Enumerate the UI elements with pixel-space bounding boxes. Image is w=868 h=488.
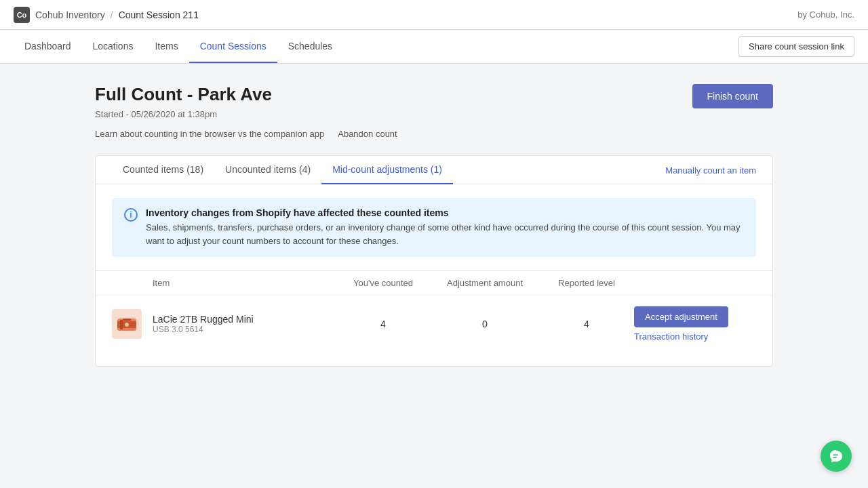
nav-items[interactable]: Items bbox=[144, 30, 189, 63]
col-reported: Reported level bbox=[539, 278, 634, 288]
nav-locations[interactable]: Locations bbox=[82, 30, 144, 63]
topbar: Co Cohub Inventory / Count Session 211 b… bbox=[0, 0, 868, 30]
counted-value: 4 bbox=[336, 319, 431, 329]
page-title: Full Count - Park Ave bbox=[95, 84, 692, 105]
page-started: Started - 05/26/2020 at 1:38pm bbox=[95, 109, 692, 119]
info-box: i Inventory changes from Shopify have af… bbox=[112, 198, 756, 257]
table-header: Item You've counted Adjustment amount Re… bbox=[96, 270, 772, 295]
adjustment-value: 0 bbox=[431, 319, 539, 329]
nav-dashboard[interactable]: Dashboard bbox=[14, 30, 82, 63]
col-adjustment: Adjustment amount bbox=[431, 278, 539, 288]
table-row: LaCie 2TB Rugged Mini USB 3.0 5614 4 0 4… bbox=[96, 295, 772, 352]
svg-point-3 bbox=[125, 323, 129, 327]
col-actions bbox=[634, 278, 756, 288]
learn-browser-link[interactable]: Learn about counting in the browser vs t… bbox=[95, 129, 324, 139]
col-img bbox=[112, 278, 153, 288]
product-sku: USB 3.0 5614 bbox=[153, 325, 336, 334]
title-row: Full Count - Park Ave Started - 05/26/20… bbox=[95, 84, 773, 129]
abandon-count-link[interactable]: Abandon count bbox=[338, 129, 397, 139]
svg-rect-4 bbox=[123, 319, 131, 321]
page-name: Count Session 211 bbox=[119, 9, 199, 20]
svg-rect-2 bbox=[120, 320, 123, 329]
page-actions: Learn about counting in the browser vs t… bbox=[95, 129, 773, 139]
share-count-session-button[interactable]: Share count session link bbox=[738, 36, 854, 57]
tab-counted[interactable]: Counted items (18) bbox=[112, 156, 214, 184]
manually-count-area: Manually count an item bbox=[665, 165, 756, 176]
main-content: Full Count - Park Ave Started - 05/26/20… bbox=[0, 64, 868, 387]
transaction-history-link[interactable]: Transaction history bbox=[634, 331, 708, 342]
col-item: Item bbox=[153, 278, 336, 288]
breadcrumb-sep: / bbox=[111, 9, 113, 20]
product-thumbnail bbox=[112, 309, 142, 339]
chat-button[interactable] bbox=[821, 441, 852, 472]
tab-uncounted[interactable]: Uncounted items (4) bbox=[214, 156, 321, 184]
accept-adjustment-button[interactable]: Accept adjustment bbox=[634, 306, 728, 327]
finish-count-button[interactable]: Finish count bbox=[692, 84, 773, 108]
nav-links: Dashboard Locations Items Count Sessions… bbox=[14, 30, 343, 63]
product-info: LaCie 2TB Rugged Mini USB 3.0 5614 bbox=[153, 314, 336, 334]
info-icon: i bbox=[124, 208, 138, 222]
count-card: Counted items (18) Uncounted items (4) M… bbox=[95, 155, 773, 367]
nav-schedules[interactable]: Schedules bbox=[277, 30, 343, 63]
card-bottom-spacer bbox=[96, 352, 772, 366]
manually-count-link[interactable]: Manually count an item bbox=[665, 165, 756, 176]
chat-icon bbox=[829, 449, 844, 464]
product-svg-icon bbox=[115, 312, 139, 336]
nav-count-sessions[interactable]: Count Sessions bbox=[189, 30, 277, 63]
col-counted: You've counted bbox=[336, 278, 431, 288]
info-desc: Sales, shipments, transfers, purchase or… bbox=[146, 221, 744, 247]
card-tabs-row: Counted items (18) Uncounted items (4) M… bbox=[96, 156, 772, 184]
info-title: Inventory changes from Shopify have affe… bbox=[146, 207, 744, 218]
card-tabs: Counted items (18) Uncounted items (4) M… bbox=[112, 156, 453, 184]
reported-value: 4 bbox=[539, 319, 634, 329]
topbar-by: by Cohub, Inc. bbox=[797, 9, 854, 20]
app-logo: Co bbox=[14, 7, 30, 23]
product-image bbox=[112, 309, 153, 339]
topbar-left: Co Cohub Inventory / Count Session 211 bbox=[14, 7, 199, 23]
app-name: Cohub Inventory bbox=[35, 9, 105, 20]
tab-mid-count[interactable]: Mid-count adjustments (1) bbox=[321, 156, 453, 184]
info-content: Inventory changes from Shopify have affe… bbox=[146, 207, 744, 247]
action-col: Accept adjustment Transaction history bbox=[634, 306, 756, 342]
product-name: LaCie 2TB Rugged Mini bbox=[153, 314, 336, 325]
nav: Dashboard Locations Items Count Sessions… bbox=[0, 30, 868, 64]
title-info: Full Count - Park Ave Started - 05/26/20… bbox=[95, 84, 692, 129]
